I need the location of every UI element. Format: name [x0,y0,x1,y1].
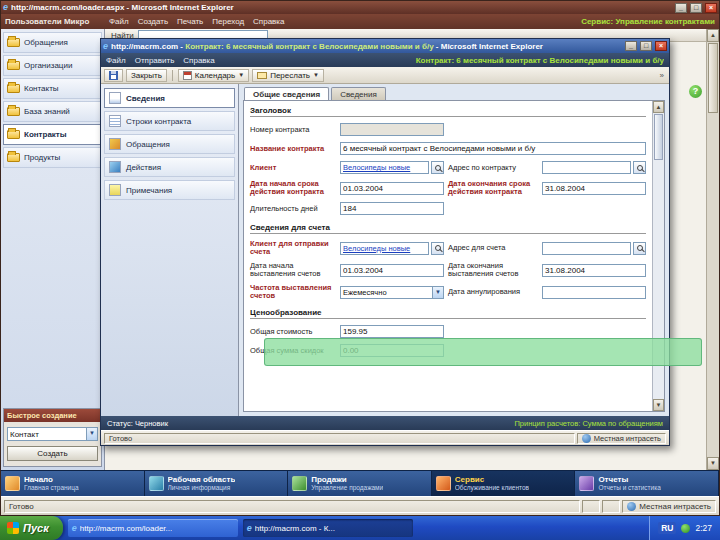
taskbar-window-contract[interactable]: e http://macrm.com - К... [243,519,413,537]
billing-customer-link[interactable]: Велосипеды новые [343,244,410,253]
taskbar-window-loader[interactable]: e http://macrm.com/loader... [68,519,238,537]
calendar-button[interactable]: Календарь ▼ [178,69,249,82]
main-titlebar: e http://macrm.com/loader.aspx - Microso… [1,1,719,14]
scroll-up-icon[interactable]: ▲ [707,29,719,42]
status-text: Готово [4,500,580,513]
contract-address-lookup-field [542,161,646,174]
language-indicator[interactable]: RU [658,522,676,534]
activities-icon [109,161,121,173]
help-icon[interactable]: ? [689,85,702,98]
magnifier-icon [637,245,643,251]
menu-new[interactable]: Создать [138,17,168,26]
nav-tile-workplace[interactable]: Рабочая область Личная информация [145,471,289,496]
scrollbar-thumb[interactable] [708,43,718,113]
nav-tile-sales[interactable]: Продажи Управление продажами [288,471,432,496]
contract-name-field[interactable] [340,142,646,155]
contract-dialog-window: e http://macrm.com - Контракт: 6 месячны… [100,38,670,446]
menu-send[interactable]: Отправить [135,56,175,65]
workplace-icon [149,476,164,491]
sidebar-item-cases[interactable]: Обращения [3,32,102,53]
start-button[interactable]: Пуск [0,516,63,540]
billing-end-date-field[interactable] [542,264,646,277]
form-nav-notes[interactable]: Примечания [104,180,235,200]
chevron-down-icon[interactable]: ▼ [432,287,443,298]
field-label: Номер контракта [250,126,336,134]
sidebar-item-contacts[interactable]: Контакты [3,78,102,99]
tab-general[interactable]: Общие сведения [244,87,329,100]
field-label: Название контракта [250,145,336,153]
save-button[interactable] [104,69,123,82]
scrollbar-thumb[interactable] [654,114,663,160]
menu-help[interactable]: Справка [253,17,284,26]
field-label: Адрес для счета [448,244,538,252]
chevron-down-icon[interactable]: ▼ [86,428,97,440]
menu-print[interactable]: Печать [177,17,203,26]
form-nav-contract-lines[interactable]: Строки контракта [104,111,235,131]
nav-tile-home[interactable]: Начало Главная страница [1,471,145,496]
field-label: Дата окончания выставления счетов [448,262,538,278]
form-nav-cases[interactable]: Обращения [104,134,235,154]
form-nav-information[interactable]: Сведения [104,88,235,108]
billing-frequency-select[interactable]: Ежемесячно ▼ [340,286,444,299]
dialog-window-title: http://macrm.com - Контракт: 6 месячный … [111,42,622,51]
lookup-button[interactable] [633,242,646,255]
nav-tile-title: Начало [24,475,79,484]
customer-link[interactable]: Велосипеды новые [343,163,410,172]
close-button[interactable]: × [705,3,717,13]
sidebar: Обращения Организации Контакты База знан… [1,29,105,470]
start-date-field[interactable] [340,182,444,195]
scroll-down-icon[interactable]: ▼ [653,399,664,411]
dialog-ie-status-bar: Готово Местная интрасеть [101,430,669,445]
total-price-field[interactable] [340,325,444,338]
minimize-button[interactable]: _ [625,41,637,51]
quick-create-button[interactable]: Создать [7,446,98,461]
main-vertical-scrollbar[interactable]: ▲ ▼ [706,29,719,470]
close-button[interactable]: × [655,41,667,51]
reports-icon [579,476,594,491]
duration-field[interactable] [340,202,444,215]
maximize-button[interactable]: □ [640,41,652,51]
tab-details[interactable]: Сведения [331,87,386,100]
clock[interactable]: 2:27 [695,523,712,533]
menu-help[interactable]: Справка [183,56,214,65]
cancellation-date-field[interactable] [542,286,646,299]
magnifier-icon [435,165,441,171]
quick-create-title: Быстрое создание [4,409,101,422]
end-date-field[interactable] [542,182,646,195]
menu-file[interactable]: Файл [106,56,126,65]
lookup-button[interactable] [431,242,444,255]
sidebar-item-knowledge-base[interactable]: База знаний [3,101,102,122]
quick-create-entity-select[interactable]: Контакт ▼ [7,427,98,441]
tray-shield-icon[interactable] [681,524,690,533]
sidebar-item-accounts[interactable]: Организации [3,55,102,76]
forward-button[interactable]: Переслать ▼ [252,69,324,82]
scroll-down-icon[interactable]: ▼ [707,457,719,470]
menu-goto[interactable]: Переход [212,17,244,26]
contract-lines-icon [109,115,121,127]
chevron-down-icon: ▼ [238,72,244,78]
main-menubar: Файл Создать Печать Переход Справка [109,17,284,26]
menu-file[interactable]: Файл [109,17,129,26]
sidebar-item-label: Продукты [24,153,60,162]
field-label: Дата начала выставления счетов [250,262,336,278]
toolbar-overflow-icon[interactable]: » [660,71,666,80]
lookup-button[interactable] [431,161,444,174]
billing-start-date-field[interactable] [340,264,444,277]
sidebar-item-products[interactable]: Продукты [3,147,102,168]
scroll-up-icon[interactable]: ▲ [653,101,664,113]
form-nav-activities[interactable]: Действия [104,157,235,177]
minimize-button[interactable]: _ [675,3,687,13]
dialog-left-navigation: Сведения Строки контракта Обращения Дейс… [101,84,239,416]
nav-tile-subtitle: Обслуживание клиентов [455,484,529,492]
lookup-button[interactable] [633,161,646,174]
close-form-button[interactable]: Закрыть [126,69,167,82]
sidebar-item-contracts[interactable]: Контракты [3,124,102,145]
field-label: Частота выставления счетов [250,284,336,300]
contract-status-bar: Статус: Черновик Принцип расчетов: Сумма… [101,416,669,430]
notes-icon [109,184,121,196]
maximize-button[interactable]: □ [690,3,702,13]
nav-tile-reports[interactable]: Отчеты Отчеты и статистика [575,471,719,496]
nav-tile-service[interactable]: Сервис Обслуживание клиентов [432,471,576,496]
magnifier-icon [435,245,441,251]
intranet-zone-label: Местная интрасеть [594,434,661,443]
